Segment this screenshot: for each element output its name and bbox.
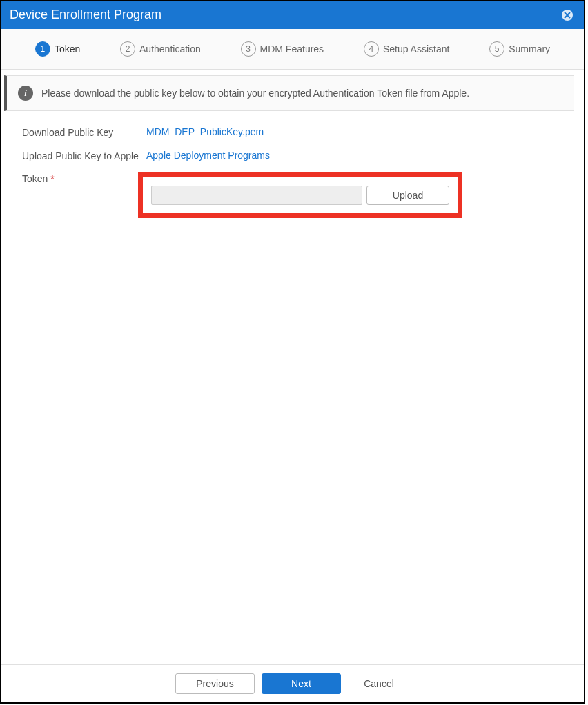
step-summary[interactable]: 5 Summary (489, 41, 550, 57)
token-label-text: Token (22, 173, 48, 184)
cancel-button[interactable]: Cancel (348, 673, 410, 694)
close-icon (564, 12, 571, 19)
step-number: 5 (489, 41, 504, 57)
dialog-title: Device Enrollment Program (10, 8, 161, 22)
previous-button[interactable]: Previous (175, 673, 255, 694)
close-button[interactable] (562, 10, 573, 21)
step-label: Token (55, 43, 80, 54)
dialog-header: Device Enrollment Program (1, 1, 584, 29)
step-number: 3 (241, 41, 256, 57)
step-number: 4 (364, 41, 379, 57)
info-banner: i Please download the public key below t… (4, 75, 574, 111)
form-area: Download Public Key MDM_DEP_PublicKey.pe… (1, 117, 584, 664)
download-public-key-link[interactable]: MDM_DEP_PublicKey.pem (146, 126, 264, 137)
step-number: 2 (120, 41, 135, 57)
dialog-footer: Previous Next Cancel (1, 664, 584, 702)
step-mdm-features[interactable]: 3 MDM Features (241, 41, 324, 57)
token-label: Token* (22, 172, 146, 186)
upload-button[interactable]: Upload (366, 186, 449, 205)
step-number: 1 (35, 41, 50, 57)
next-button[interactable]: Next (262, 673, 341, 694)
step-label: Setup Assistant (383, 43, 450, 54)
step-token[interactable]: 1 Token (35, 41, 80, 57)
step-setup-assistant[interactable]: 4 Setup Assistant (364, 41, 450, 57)
step-authentication[interactable]: 2 Authentication (120, 41, 201, 57)
required-indicator: * (50, 173, 54, 184)
apple-deployment-programs-link[interactable]: Apple Deployment Programs (146, 150, 270, 161)
step-label: Summary (509, 43, 550, 54)
step-label: MDM Features (260, 43, 324, 54)
upload-public-key-row: Upload Public Key to Apple Apple Deploym… (22, 150, 563, 163)
download-public-key-label: Download Public Key (22, 126, 146, 140)
wizard-steps: 1 Token 2 Authentication 3 MDM Features … (1, 29, 584, 70)
step-label: Authentication (139, 43, 201, 54)
upload-public-key-label: Upload Public Key to Apple (22, 150, 146, 163)
token-row: Token* Upload (22, 172, 563, 218)
token-highlight: Upload (138, 172, 462, 218)
info-icon: i (18, 86, 33, 101)
download-public-key-row: Download Public Key MDM_DEP_PublicKey.pe… (22, 126, 563, 140)
dialog: Device Enrollment Program 1 Token 2 Auth… (0, 0, 585, 704)
info-text: Please download the public key below to … (41, 88, 469, 99)
token-input[interactable] (151, 186, 362, 205)
